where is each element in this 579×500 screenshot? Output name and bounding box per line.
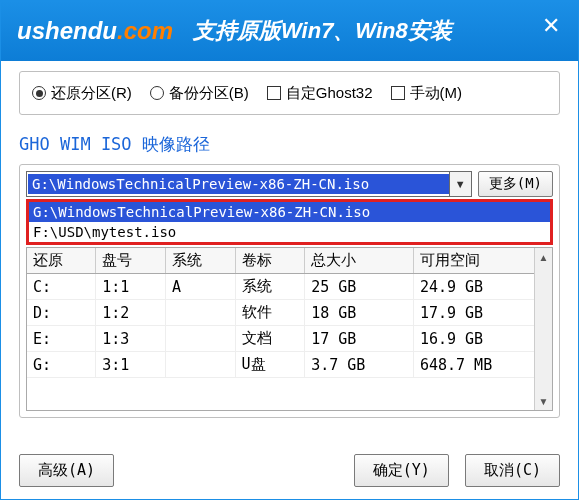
radio-dot-icon (150, 86, 164, 100)
checkbox-icon (391, 86, 405, 100)
cell-total: 3.7 GB (305, 352, 414, 378)
cell-disk: 3:1 (96, 352, 166, 378)
advanced-button[interactable]: 高级(A) (19, 454, 114, 487)
cell-label: U盘 (235, 352, 305, 378)
checkbox-label: 手动(M) (410, 84, 463, 103)
col-restore[interactable]: 还原 (27, 248, 96, 274)
main-window: ushendu.com 支持原版Win7、Win8安装 ✕ 还原分区(R) 备份… (0, 0, 579, 500)
scroll-down-icon[interactable]: ▼ (535, 392, 552, 410)
cell-disk: 1:3 (96, 326, 166, 352)
banner-text: 支持原版Win7、Win8安装 (193, 16, 452, 46)
ok-button[interactable]: 确定(Y) (354, 454, 449, 487)
cell-drive: C: (27, 274, 96, 300)
checkbox-icon (267, 86, 281, 100)
cell-disk: 1:1 (96, 274, 166, 300)
mode-selector: 还原分区(R) 备份分区(B) 自定Ghost32 手动(M) (19, 71, 560, 115)
footer: 高级(A) 确定(Y) 取消(C) (19, 454, 560, 487)
image-path-combo[interactable]: G:\WindowsTechnicalPreview-x86-ZH-CN.iso… (26, 171, 472, 197)
cell-label: 文档 (235, 326, 305, 352)
scrollbar[interactable]: ▲ ▼ (534, 248, 552, 410)
cell-label: 软件 (235, 300, 305, 326)
table-row[interactable]: C:1:1A系统25 GB24.9 GB (27, 274, 552, 300)
cell-sys (165, 326, 235, 352)
cell-free: 16.9 GB (413, 326, 551, 352)
cell-label: 系统 (235, 274, 305, 300)
logo-suffix: .com (117, 17, 173, 44)
cell-drive: E: (27, 326, 96, 352)
scroll-up-icon[interactable]: ▲ (535, 248, 552, 266)
cell-free: 24.9 GB (413, 274, 551, 300)
checkbox-custom-ghost[interactable]: 自定Ghost32 (267, 84, 373, 103)
cell-total: 17 GB (305, 326, 414, 352)
checkbox-manual[interactable]: 手动(M) (391, 84, 463, 103)
chevron-down-icon[interactable]: ▼ (449, 172, 471, 196)
col-label[interactable]: 卷标 (235, 248, 305, 274)
partition-table: 还原 盘号 系统 卷标 总大小 可用空间 C:1:1A系统25 GB24.9 G… (26, 247, 553, 411)
radio-backup[interactable]: 备份分区(B) (150, 84, 249, 103)
col-disk[interactable]: 盘号 (96, 248, 166, 274)
cancel-button[interactable]: 取消(C) (465, 454, 560, 487)
cell-free: 648.7 MB (413, 352, 551, 378)
radio-restore[interactable]: 还原分区(R) (32, 84, 132, 103)
table-row[interactable]: D:1:2软件18 GB17.9 GB (27, 300, 552, 326)
cell-drive: D: (27, 300, 96, 326)
radio-dot-icon (32, 86, 46, 100)
table-header-row: 还原 盘号 系统 卷标 总大小 可用空间 (27, 248, 552, 274)
cell-total: 18 GB (305, 300, 414, 326)
cell-total: 25 GB (305, 274, 414, 300)
cell-disk: 1:2 (96, 300, 166, 326)
cell-sys (165, 352, 235, 378)
table-row[interactable]: E:1:3文档17 GB16.9 GB (27, 326, 552, 352)
close-icon[interactable]: ✕ (538, 15, 564, 41)
cell-sys: A (165, 274, 235, 300)
col-free[interactable]: 可用空间 (413, 248, 551, 274)
radio-label: 还原分区(R) (51, 84, 132, 103)
logo-text: ushendu (17, 17, 117, 44)
col-total[interactable]: 总大小 (305, 248, 414, 274)
checkbox-label: 自定Ghost32 (286, 84, 373, 103)
table-row[interactable]: G:3:1U盘3.7 GB648.7 MB (27, 352, 552, 378)
logo: ushendu.com (9, 19, 181, 43)
image-path-box: G:\WindowsTechnicalPreview-x86-ZH-CN.iso… (19, 164, 560, 418)
image-path-label: GHO WIM ISO 映像路径 (19, 133, 560, 156)
cell-drive: G: (27, 352, 96, 378)
cell-sys (165, 300, 235, 326)
image-path-dropdown: G:\WindowsTechnicalPreview-x86-ZH-CN.iso… (26, 199, 553, 245)
radio-label: 备份分区(B) (169, 84, 249, 103)
more-button[interactable]: 更多(M) (478, 171, 553, 197)
dropdown-item[interactable]: G:\WindowsTechnicalPreview-x86-ZH-CN.iso (29, 202, 550, 222)
dropdown-item[interactable]: F:\USD\mytest.iso (29, 222, 550, 242)
col-sys[interactable]: 系统 (165, 248, 235, 274)
cell-free: 17.9 GB (413, 300, 551, 326)
titlebar: ushendu.com 支持原版Win7、Win8安装 ✕ (1, 1, 578, 61)
combo-selected-text: G:\WindowsTechnicalPreview-x86-ZH-CN.iso (28, 174, 449, 194)
